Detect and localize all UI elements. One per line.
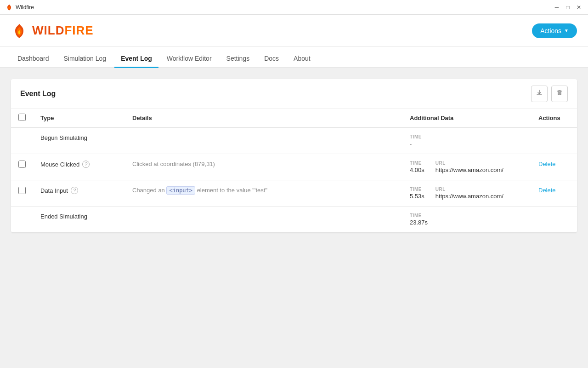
titlebar-title: Wildfire (16, 4, 553, 11)
url-value: https://www.amazon.com/ (435, 193, 503, 200)
row-type-label: Data Input (40, 187, 68, 194)
help-icon[interactable]: ? (82, 161, 90, 168)
nav-item-workflow-editor[interactable]: Workflow Editor (160, 50, 218, 68)
download-icon (536, 89, 543, 98)
row-additional-cell: TIME 23.87s (402, 207, 531, 233)
delete-button[interactable]: Delete (538, 187, 556, 194)
actions-button[interactable]: Actions ▼ (532, 23, 577, 38)
col-type-header: Type (33, 109, 125, 127)
col-checkbox (11, 109, 33, 127)
url-value: https://www.amazon.com/ (435, 167, 503, 173)
content-area: Event Log (0, 68, 588, 368)
row-checkbox-cell (11, 127, 33, 154)
row-details-cell (125, 207, 402, 233)
col-additional-header: Additional Data (402, 109, 531, 127)
row-details-suffix: element to the value "'test" (195, 187, 267, 194)
row-additional-cell: TIME 5.53s URL https://www.amazon.com/ (402, 180, 531, 207)
maximize-button[interactable]: □ (564, 4, 571, 11)
logo-flame-icon (11, 23, 28, 39)
main-nav: Dashboard Simulation Log Event Log Workf… (0, 47, 588, 68)
row-details-prefix: Changed an (132, 187, 166, 194)
url-label: URL (435, 161, 503, 166)
nav-item-about[interactable]: About (287, 50, 317, 68)
event-log-table: Type Details Additional Data Actions Beg… (11, 109, 577, 232)
logo: WILDFIRE (11, 23, 94, 39)
trash-button[interactable] (551, 86, 568, 102)
logo-text: WILDFIRE (32, 23, 94, 38)
logo-fire: FIRE (64, 23, 93, 37)
row-details-cell (125, 127, 402, 154)
time-value: 5.53s (410, 193, 424, 200)
select-all-checkbox[interactable] (18, 114, 26, 121)
col-actions-header: Actions (531, 109, 577, 127)
row-type-cell: Mouse Clicked ? (33, 154, 125, 180)
row-type-label: Begun Simulating (40, 134, 87, 141)
row-actions-cell (531, 207, 577, 233)
row-type-cell: Begun Simulating (33, 127, 125, 154)
table-row: Begun Simulating TIME - (11, 127, 577, 154)
nav-item-dashboard[interactable]: Dashboard (11, 50, 56, 68)
row-details-text: Clicked at coordinates (879,31) (132, 161, 215, 167)
table-row: Ended Simulating TIME 23.87s (11, 207, 577, 233)
time-label: TIME (410, 134, 524, 139)
row-type-label: Mouse Clicked (40, 161, 79, 168)
url-label: URL (435, 187, 503, 192)
time-value: 23.87s (410, 219, 524, 226)
app-icon (6, 4, 13, 11)
delete-button[interactable]: Delete (538, 161, 556, 167)
row-details-code: <input> (166, 186, 195, 195)
nav-item-settings[interactable]: Settings (220, 50, 256, 68)
row-checkbox[interactable] (18, 187, 26, 194)
logo-wild: WILD (32, 23, 64, 37)
time-label: TIME (410, 187, 424, 192)
row-details-cell: Changed an <input> element to the value … (125, 180, 402, 207)
table-row: Data Input ? Changed an <input> element … (11, 180, 577, 207)
table-header-row: Type Details Additional Data Actions (11, 109, 577, 127)
nav-item-docs[interactable]: Docs (258, 50, 285, 68)
time-value: - (410, 140, 524, 147)
row-type-cell: Data Input ? (33, 180, 125, 207)
event-log-card: Event Log (11, 79, 577, 232)
col-details-header: Details (125, 109, 402, 127)
chevron-down-icon: ▼ (564, 28, 569, 33)
download-button[interactable] (531, 86, 548, 102)
row-actions-cell: Delete (531, 154, 577, 180)
row-additional-cell: TIME 4.00s URL https://www.amazon.com/ (402, 154, 531, 180)
row-checkbox-cell (11, 180, 33, 207)
row-actions-cell (531, 127, 577, 154)
trash-icon (556, 89, 563, 98)
titlebar: Wildfire ─ □ ✕ (0, 0, 588, 15)
time-label: TIME (410, 161, 424, 166)
card-title: Event Log (20, 90, 531, 98)
card-header: Event Log (11, 79, 577, 109)
time-value: 4.00s (410, 167, 424, 173)
window-controls: ─ □ ✕ (553, 4, 582, 11)
row-type-cell: Ended Simulating (33, 207, 125, 233)
app-header: WILDFIRE Actions ▼ (0, 15, 588, 47)
row-actions-cell: Delete (531, 180, 577, 207)
nav-item-event-log[interactable]: Event Log (114, 50, 158, 68)
help-icon[interactable]: ? (71, 187, 78, 194)
nav-item-simulation-log[interactable]: Simulation Log (57, 50, 113, 68)
row-details-cell: Clicked at coordinates (879,31) (125, 154, 402, 180)
row-checkbox-cell (11, 154, 33, 180)
table-row: Mouse Clicked ? Clicked at coordinates (… (11, 154, 577, 180)
row-checkbox[interactable] (18, 161, 26, 168)
row-checkbox-cell (11, 207, 33, 233)
actions-label: Actions (540, 27, 561, 34)
row-type-label: Ended Simulating (40, 213, 87, 220)
minimize-button[interactable]: ─ (553, 4, 560, 11)
card-action-buttons (531, 86, 568, 102)
time-label: TIME (410, 213, 524, 218)
row-additional-cell: TIME - (402, 127, 531, 154)
close-button[interactable]: ✕ (575, 4, 582, 11)
